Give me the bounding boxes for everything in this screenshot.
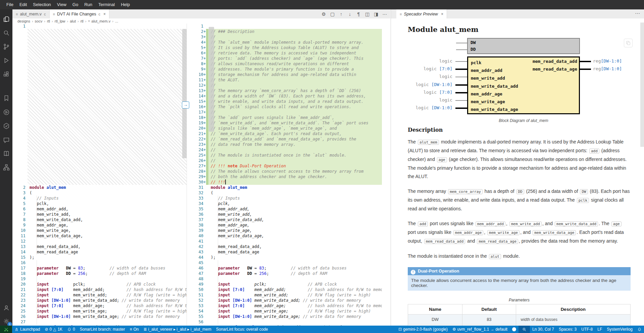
specador-preview-panel[interactable]: Module alut_mem DWDD pclkmem_addr_addmem…: [391, 18, 644, 326]
extensions-icon[interactable]: [2, 70, 11, 79]
code-line: 20+// signals like `mem_addr_age`, `mem_…: [188, 126, 390, 131]
status-item[interactable]: SonarLint focus: overall code: [214, 326, 270, 333]
breadcrumb-item[interactable]: rtl: [47, 19, 50, 23]
status-item[interactable]: Spaces: 3: [556, 326, 579, 333]
line-number: 11: [191, 77, 203, 83]
panel-more-actions-icon[interactable]: ⋯: [635, 10, 640, 16]
previous-change-icon[interactable]: ↑: [338, 11, 344, 17]
next-change-icon[interactable]: ↓: [347, 11, 353, 17]
frame-icon[interactable]: ▢: [330, 11, 335, 17]
diff-modified-pane[interactable]: 12+// ### Description3+//4+// The `alut_…: [188, 24, 390, 326]
description-paragraph: The add port uses signals like mem_addr_…: [408, 219, 631, 246]
menu-item-run[interactable]: Run: [81, 0, 95, 9]
source-control-icon[interactable]: [2, 42, 11, 51]
diff-revert-arrow-button[interactable]: →: [182, 101, 189, 109]
more-actions-icon[interactable]: ⋯: [382, 11, 388, 17]
code-text: input [7:0] mem_addr_add; // hash addres…: [211, 287, 382, 292]
breadcrumb-item[interactable]: rtl_lpw: [55, 19, 65, 23]
code-text: // The memory array `mem_core_array` has…: [211, 88, 382, 93]
breadcrumb-item[interactable]: alut_mem.v: [91, 19, 110, 23]
code-line: 13+// The memory array `mem_core_array` …: [188, 88, 390, 93]
status-item[interactable]: Launchpad: [12, 326, 42, 333]
status-item[interactable]: ⚙uvm_ref_flow_1.1 → default: [450, 326, 510, 333]
status-item[interactable]: UTF-8: [579, 326, 595, 333]
status-label: Launchpad: [20, 327, 40, 332]
right-scrollbar-thumb[interactable]: [209, 27, 214, 132]
left-scrollbar-thumb[interactable]: [182, 29, 187, 158]
status-item[interactable]: SonarLint branch: master: [78, 326, 128, 333]
chat-icon[interactable]: [2, 136, 11, 144]
code-line: 27: [12, 319, 187, 325]
code-text: input [7:0] mem_addr_age; // hash addres…: [30, 303, 187, 308]
code-text: // ### Description: [211, 29, 382, 34]
deleted-region-hatch: [28, 29, 187, 185]
settings-icon[interactable]: 1: [2, 317, 11, 326]
verify-play-icon[interactable]: [2, 108, 11, 117]
code-line: 25+// The module is instantiated once in…: [188, 153, 390, 158]
breadcrumb[interactable]: designs›socv›rtl›rtl_lpw›alut›rtl›≡alut_…: [12, 18, 390, 24]
preview-scrollbar-thumb[interactable]: [640, 23, 644, 147]
hierarchy-icon[interactable]: [2, 163, 11, 172]
breadcrumb-item[interactable]: designs: [17, 19, 30, 23]
tab-dvt-ai-file-changes[interactable]: ≡ DVT AI File Changes c ×: [50, 9, 109, 18]
code-text: // The `alut_mem` module implements a du…: [211, 40, 382, 45]
line-number: 16: [12, 260, 26, 265]
settings-gear-icon[interactable]: ⚙: [321, 11, 327, 17]
status-item[interactable]: [635, 326, 644, 333]
line-number: 43: [191, 249, 203, 255]
code-line: 14 mem_read_data_age: [12, 249, 187, 255]
menu-item-edit[interactable]: Edit: [16, 0, 30, 9]
status-item[interactable]: 0: [65, 326, 78, 333]
docs-icon[interactable]: [2, 149, 11, 158]
code-text: (: [30, 190, 187, 196]
menu-item-terminal[interactable]: Terminal: [95, 0, 118, 9]
breadcrumb-item[interactable]: rtl: [81, 19, 84, 23]
status-item[interactable]: [510, 326, 518, 333]
status-item[interactable]: Ln 30, Col 7: [530, 326, 556, 333]
open-book-icon[interactable]: ◫: [364, 11, 370, 17]
added-line-plus: +: [203, 88, 206, 93]
breadcrumb-item[interactable]: ...: [115, 19, 118, 23]
tab-alut-mem-v[interactable]: ≡ alut_mem.v c: [12, 9, 50, 18]
line-number: 31: [191, 185, 203, 190]
menu-item-go[interactable]: Go: [69, 0, 81, 9]
breadcrumb-item[interactable]: socv: [35, 19, 43, 23]
status-item[interactable]: ≡On: [128, 326, 141, 333]
bookmark-icon[interactable]: [2, 94, 11, 102]
explorer-icon[interactable]: [2, 15, 11, 24]
line-number: 6: [191, 50, 203, 56]
status-item[interactable]: ⊘0△1K: [42, 326, 65, 333]
code-line: 21+// `mem_write_data_age`. Each port's …: [188, 131, 390, 136]
added-line-plus: +: [203, 110, 206, 115]
whitespace-icon[interactable]: ¶: [356, 11, 361, 17]
added-line-plus: +: [203, 77, 206, 83]
remote-indicator[interactable]: [0, 326, 12, 333]
status-item[interactable]: ≣i_alut_veneer ▸ i_alut ▸ i_alut_mem: [141, 326, 214, 333]
run-debug-icon[interactable]: [2, 56, 11, 65]
status-item[interactable]: SystemVerilog: [604, 326, 635, 333]
added-line-plus: +: [203, 179, 206, 185]
split-editor-icon[interactable]: ◨: [373, 11, 379, 17]
dvt-hexagon-icon[interactable]: [2, 122, 11, 130]
tab-specador-preview[interactable]: ≡ Specador Preview ×: [396, 9, 447, 18]
menu-item-selection[interactable]: Selection: [30, 0, 54, 9]
menu-item-help[interactable]: Help: [118, 0, 133, 9]
code-line: 8+// allows simultaneous read/write oper…: [188, 61, 390, 67]
menu-item-file[interactable]: File: [3, 0, 16, 9]
status-item[interactable]: ⊡gemini-2.0-flash (google): [396, 326, 450, 333]
close-tab-icon[interactable]: ×: [103, 12, 106, 16]
code-line: 12: [12, 239, 187, 244]
inline-code-chip: DD: [516, 189, 524, 194]
close-tab-icon[interactable]: ×: [441, 12, 443, 16]
search-icon[interactable]: [2, 29, 11, 37]
account-icon[interactable]: [2, 303, 11, 312]
code-line: 1: [188, 24, 390, 29]
diff-original-pane[interactable]: 12module alut_mem3(4 // Inputs5 pclk,6 m…: [12, 24, 187, 326]
code-line: 48: [188, 276, 390, 282]
menu-item-view[interactable]: View: [54, 0, 69, 9]
code-text: mem_read_data_age: [211, 249, 382, 255]
zoom-control[interactable]: [518, 326, 530, 333]
status-item[interactable]: LF: [595, 326, 604, 333]
breadcrumb-item[interactable]: alut: [70, 19, 76, 23]
diff-editor[interactable]: 12module alut_mem3(4 // Inputs5 pclk,6 m…: [12, 24, 390, 326]
